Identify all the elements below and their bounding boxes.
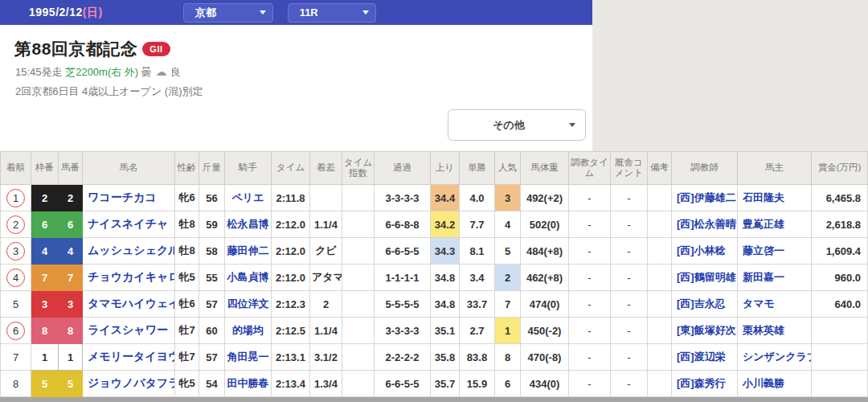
cell-prize: 2,618.8 bbox=[812, 211, 868, 238]
cell-agari: 35.7 bbox=[431, 371, 460, 397]
table-row: 344ムッシュシェクル牡858藤田伸二2:12.0クビ6-6-5-534.38.… bbox=[1, 238, 868, 265]
name-link[interactable]: ムッシュシェクル bbox=[88, 244, 175, 256]
cell-rank: 5 bbox=[1, 291, 31, 318]
cell-time_index bbox=[342, 344, 375, 371]
rank-circle: 6 bbox=[6, 322, 25, 340]
cell-weight: 55 bbox=[199, 265, 225, 291]
cell-agari: 34.4 bbox=[431, 185, 460, 211]
cell-owner: 新田嘉一 bbox=[738, 265, 812, 291]
name-link[interactable]: ナイスネイチャ bbox=[88, 217, 168, 230]
rank-circle: 4 bbox=[6, 269, 25, 287]
cell-passing: 5-5-5-5 bbox=[375, 291, 431, 318]
jockey-link[interactable]: 小島貞博 bbox=[227, 271, 269, 283]
weather-text: 曇 bbox=[141, 66, 152, 78]
jockey-link[interactable]: 田中勝春 bbox=[227, 377, 269, 389]
owner-link[interactable]: タマモ bbox=[743, 297, 775, 310]
cell-time: 2:12.0 bbox=[272, 238, 310, 265]
table-row: 688ライスシャワー牡760的場均2:12.51.1/43-3-3-335.12… bbox=[1, 318, 868, 344]
table-row: 266ナイスネイチャ牡859松永昌博2:12.01.1/46-6-8-834.2… bbox=[1, 211, 868, 238]
cell-comment: - bbox=[611, 344, 648, 371]
cell-sexage: 牡8 bbox=[175, 211, 199, 238]
cell-passing: 3-3-3-3 bbox=[375, 185, 431, 211]
name-link[interactable]: タマモハイウェイ bbox=[88, 297, 175, 310]
trainer-link[interactable]: [西]吉永忍 bbox=[677, 297, 726, 310]
cell-margin: アタマ bbox=[310, 265, 342, 291]
cell-umaban: 2 bbox=[59, 185, 83, 211]
owner-link[interactable]: 小川義勝 bbox=[743, 377, 784, 389]
top-bar: 1995/2/12(日) 京都 11R bbox=[0, 0, 592, 25]
jockey-link[interactable]: 角田晃一 bbox=[227, 351, 269, 363]
cell-weight: 59 bbox=[199, 211, 225, 238]
cell-name: ライスシャワー bbox=[83, 318, 175, 344]
cell-rank: 6 bbox=[1, 318, 31, 344]
name-link[interactable]: ワコーチカコ bbox=[88, 191, 157, 203]
cell-passing: 6-6-5-5 bbox=[375, 371, 431, 397]
column-header-ninki: 人気 bbox=[495, 152, 521, 185]
owner-link[interactable]: 藤立啓一 bbox=[743, 244, 784, 256]
table-row: 855ジョウノバタフライ牝554田中勝春2:13.41.3/46-6-5-535… bbox=[1, 371, 868, 397]
name-link[interactable]: ジョウノバタフライ bbox=[88, 376, 175, 389]
cell-ninki: 7 bbox=[495, 291, 521, 318]
cell-time_index bbox=[342, 265, 375, 291]
owner-link[interactable]: シンザンクラブ bbox=[743, 351, 812, 363]
table-row: 533タマモハイウェイ牡657四位洋文2:12.325-5-5-534.833.… bbox=[1, 291, 868, 318]
column-header-comment: 厩舎コメント bbox=[611, 152, 648, 185]
trainer-link[interactable]: [西]渡辺栄 bbox=[677, 351, 726, 363]
cell-remark bbox=[648, 371, 672, 397]
cell-time: 2:12.3 bbox=[272, 291, 310, 318]
cell-time_index bbox=[342, 371, 375, 397]
column-header-umaban: 馬番 bbox=[59, 152, 83, 185]
cell-weight: 57 bbox=[199, 291, 225, 318]
column-header-jockey: 騎手 bbox=[225, 152, 272, 185]
trainer-link[interactable]: [西]松永善晴 bbox=[677, 218, 736, 230]
cell-ninki: 2 bbox=[495, 265, 521, 291]
cell-training: - bbox=[569, 185, 611, 211]
jockey-link[interactable]: 的場均 bbox=[232, 324, 264, 336]
name-link[interactable]: チョウカイキャロル bbox=[88, 270, 175, 283]
race-date-value: 1995/2/12 bbox=[29, 6, 83, 18]
table-row: 711メモリータイヨウ牡757角田晃一2:13.13.1/22-2-2-235.… bbox=[1, 344, 868, 371]
trainer-link[interactable]: [東]飯塚好次 bbox=[677, 324, 736, 336]
cell-margin bbox=[310, 185, 342, 211]
owner-link[interactable]: 石田隆夫 bbox=[743, 191, 784, 203]
column-header-horse_weight: 馬体重 bbox=[521, 152, 569, 185]
race-number-value: 11R bbox=[300, 6, 318, 18]
cell-passing: 1-1-1-1 bbox=[375, 265, 431, 291]
cell-name: タマモハイウェイ bbox=[83, 291, 175, 318]
cell-trainer: [西]吉永忍 bbox=[672, 291, 738, 318]
cell-odds: 7.7 bbox=[460, 211, 495, 238]
owner-link[interactable]: 栗林英雄 bbox=[743, 324, 784, 336]
venue-select[interactable]: 京都 bbox=[183, 3, 273, 23]
jockey-link[interactable]: ペリエ bbox=[232, 191, 264, 203]
cell-umaban: 8 bbox=[59, 318, 83, 344]
jockey-link[interactable]: 松永昌博 bbox=[227, 218, 269, 230]
cell-passing: 6-6-5-5 bbox=[375, 238, 431, 265]
name-link[interactable]: メモリータイヨウ bbox=[88, 350, 175, 363]
column-header-training: 調教タイム bbox=[569, 152, 611, 185]
cell-name: ナイスネイチャ bbox=[83, 211, 175, 238]
cell-horse_weight: 474(0) bbox=[521, 291, 569, 318]
cell-margin: 1.1/4 bbox=[310, 211, 342, 238]
cell-passing: 2-2-2-2 bbox=[375, 344, 431, 371]
column-header-sexage: 性齢 bbox=[175, 152, 199, 185]
race-number-select[interactable]: 11R bbox=[288, 3, 376, 23]
cell-time: 2:12.5 bbox=[272, 318, 310, 344]
name-link[interactable]: ライスシャワー bbox=[88, 323, 168, 336]
owner-link[interactable]: 豊嶌正雄 bbox=[743, 218, 784, 230]
start-time: 15:45発走 bbox=[15, 66, 63, 78]
owner-link[interactable]: 新田嘉一 bbox=[743, 271, 784, 283]
trainer-link[interactable]: [西]森秀行 bbox=[677, 377, 726, 389]
jockey-link[interactable]: 藤田伸二 bbox=[227, 244, 269, 256]
trainer-link[interactable]: [西]小林稔 bbox=[677, 244, 726, 256]
cell-remark bbox=[648, 211, 672, 238]
race-title: 第88回京都記念 bbox=[14, 38, 137, 60]
other-filter-select[interactable]: その他 bbox=[448, 109, 586, 141]
cell-comment: - bbox=[611, 318, 648, 344]
cell-time_index bbox=[342, 291, 375, 318]
cell-waku: 8 bbox=[31, 318, 59, 344]
cell-passing: 3-3-3-3 bbox=[375, 318, 431, 344]
trainer-link[interactable]: [西]伊藤雄二 bbox=[677, 191, 736, 203]
jockey-link[interactable]: 四位洋文 bbox=[227, 297, 269, 310]
cell-ninki: 1 bbox=[495, 318, 521, 344]
trainer-link[interactable]: [西]鶴留明雄 bbox=[677, 271, 736, 283]
